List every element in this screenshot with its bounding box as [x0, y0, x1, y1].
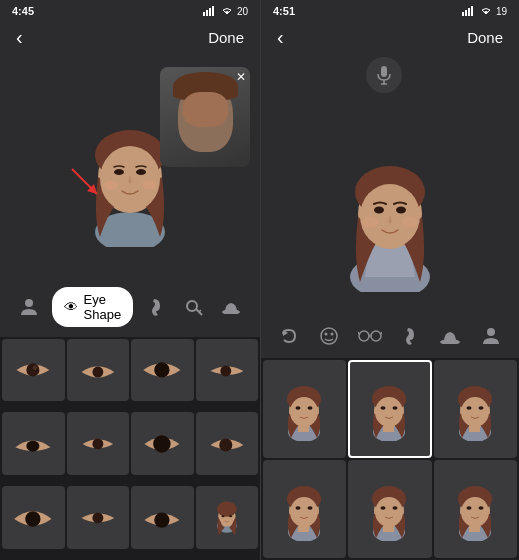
eye-option-12[interactable] [196, 486, 259, 549]
svg-point-75 [381, 407, 386, 411]
svg-point-50 [362, 216, 378, 228]
ear-tool-button[interactable] [141, 291, 171, 323]
svg-point-97 [393, 507, 398, 511]
eye-shape-pill[interactable]: 👁 Eye Shape [52, 287, 134, 327]
svg-line-60 [381, 332, 382, 334]
right-top-bar: ‹ Done [261, 22, 519, 57]
glasses-tool-button[interactable] [354, 320, 386, 352]
left-bottom-toolbar: 👁 Eye Shape [0, 277, 260, 337]
eye-option-11[interactable] [131, 486, 194, 549]
person-icon [19, 297, 39, 317]
svg-rect-40 [381, 66, 387, 77]
svg-point-28 [92, 512, 103, 523]
red-arrow [62, 159, 112, 209]
right-status-icons: 19 [462, 6, 507, 17]
eye-option-3[interactable] [131, 339, 194, 402]
eye-option-7[interactable] [131, 412, 194, 475]
svg-rect-1 [206, 10, 208, 16]
face-icon [319, 326, 339, 346]
right-battery-label: 19 [496, 6, 507, 17]
svg-point-10 [136, 169, 146, 175]
svg-point-103 [466, 507, 471, 511]
avatar-variant-1[interactable] [263, 360, 346, 458]
glasses-icon [358, 329, 382, 343]
key-icon [184, 297, 204, 317]
battery-label: 20 [237, 6, 248, 17]
svg-point-69 [308, 407, 313, 411]
ear-right-tool-button[interactable] [394, 320, 426, 352]
left-toolbar-icons: 👁 Eye Shape [8, 283, 252, 331]
camera-close-button[interactable]: ✕ [236, 70, 246, 84]
ear-icon [146, 297, 166, 317]
eye-options-grid [0, 337, 260, 561]
eye-option-6[interactable] [67, 412, 130, 475]
avatar-variant-2[interactable] [348, 360, 431, 458]
svg-point-67 [290, 397, 318, 427]
eye-option-2[interactable] [67, 339, 130, 402]
svg-point-25 [154, 435, 172, 453]
svg-point-18 [27, 363, 40, 376]
eye-icon: 👁 [64, 299, 78, 315]
hat-right-tool-button[interactable] [434, 320, 466, 352]
camera-preview: ✕ [160, 67, 250, 167]
eye-option-9[interactable] [2, 486, 65, 549]
svg-point-95 [375, 497, 403, 527]
left-back-button[interactable]: ‹ [16, 26, 23, 49]
person-right-tool-button[interactable] [475, 320, 507, 352]
eye-option-5[interactable] [2, 412, 65, 475]
right-done-button[interactable]: Done [467, 29, 503, 46]
ear-right-icon [400, 326, 420, 346]
eye-option-4[interactable] [196, 339, 259, 402]
avatar-variant-6[interactable] [434, 460, 517, 558]
mic-button[interactable] [366, 57, 402, 93]
eye-shape-label: Eye Shape [84, 292, 122, 322]
svg-point-35 [229, 515, 232, 517]
avatar-variant-4[interactable] [263, 460, 346, 558]
svg-point-55 [331, 332, 334, 335]
person-tool-button[interactable] [14, 291, 44, 323]
right-wifi-icon [480, 6, 492, 16]
svg-point-19 [33, 365, 37, 369]
right-bottom-toolbar [261, 314, 519, 358]
avatar-variant-grid [261, 358, 519, 560]
hat-tool-button[interactable] [216, 291, 246, 323]
svg-point-51 [402, 216, 418, 228]
eye-option-8[interactable] [196, 412, 259, 475]
svg-point-53 [321, 328, 337, 344]
right-avatar [320, 122, 460, 292]
svg-point-76 [393, 407, 398, 411]
svg-point-62 [487, 328, 495, 336]
svg-point-27 [26, 511, 41, 526]
mic-area [261, 57, 519, 97]
right-panel: 4:51 19 ‹ Done [261, 0, 519, 560]
svg-point-104 [478, 507, 483, 511]
key-tool-button[interactable] [179, 291, 209, 323]
svg-point-54 [325, 332, 328, 335]
svg-rect-0 [203, 12, 205, 16]
svg-point-21 [155, 362, 170, 377]
svg-point-90 [308, 507, 313, 511]
avatar-variant-3[interactable] [434, 360, 517, 458]
left-done-button[interactable]: Done [208, 29, 244, 46]
svg-point-102 [461, 497, 489, 527]
undo-tool-button[interactable] [273, 320, 305, 352]
svg-rect-36 [462, 12, 464, 16]
svg-point-96 [381, 507, 386, 511]
svg-point-20 [92, 366, 103, 377]
right-back-button[interactable]: ‹ [277, 26, 284, 49]
svg-point-24 [92, 438, 103, 449]
eye-option-1[interactable] [2, 339, 65, 402]
hat-right-icon [439, 328, 461, 344]
eye-option-10[interactable] [67, 486, 130, 549]
avatar-variant-5[interactable] [348, 460, 431, 558]
svg-rect-39 [471, 6, 473, 16]
right-status-bar: 4:51 19 [261, 0, 519, 22]
left-status-bar: 4:45 20 [0, 0, 260, 22]
right-time: 4:51 [273, 5, 295, 17]
wifi-icon [221, 6, 233, 16]
svg-point-29 [155, 512, 170, 527]
face-tool-button[interactable] [313, 320, 345, 352]
face-silhouette [178, 82, 233, 152]
svg-point-9 [114, 169, 124, 175]
svg-point-83 [478, 407, 483, 411]
